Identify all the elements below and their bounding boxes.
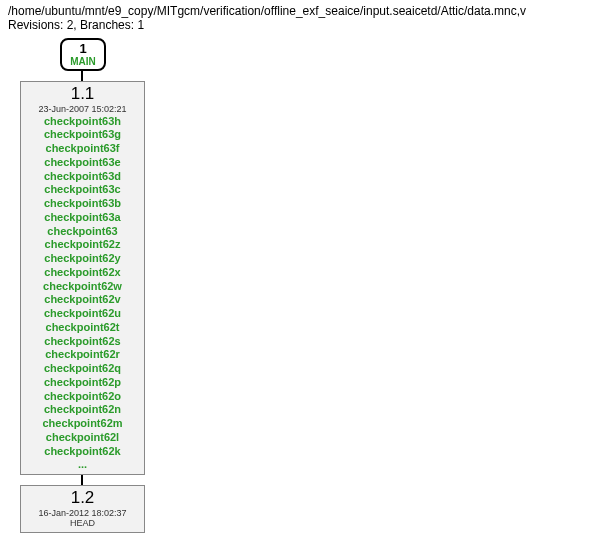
revision-tag: checkpoint62k [21,445,144,459]
revision-tag: checkpoint62v [21,293,144,307]
revision-tag: checkpoint63h [21,115,144,129]
revision-tag: checkpoint62y [21,252,144,266]
file-path: /home/ubuntu/mnt/e9_copy/MITgcm/verifica… [8,4,590,18]
revision-tag: checkpoint62r [21,348,144,362]
revision-node-1-2: 1.2 16-Jan-2012 18:02:37 HEAD [20,485,145,533]
revision-tag: checkpoint63 [21,225,144,239]
revision-node-1-1: 1.1 23-Jun-2007 15:02:21 checkpoint63hch… [20,81,145,475]
tags-ellipsis: ... [21,458,144,472]
branch-number: 1 [62,42,104,56]
revision-tag: checkpoint62o [21,390,144,404]
revision-tag: checkpoint62l [21,431,144,445]
revision-tags: checkpoint63hcheckpoint63gcheckpoint63fc… [21,115,144,459]
branch-label: MAIN [62,56,104,67]
revision-tag: checkpoint62n [21,403,144,417]
revision-tag: checkpoint63b [21,197,144,211]
revision-tag: checkpoint62m [21,417,144,431]
revision-tag: checkpoint63d [21,170,144,184]
revision-tag: checkpoint62z [21,238,144,252]
revisions-meta: Revisions: 2, Branches: 1 [8,18,590,32]
revision-tag: checkpoint62s [21,335,144,349]
revision-tag: checkpoint63a [21,211,144,225]
revision-tag: checkpoint63c [21,183,144,197]
branch-node-main: 1 MAIN [60,38,106,71]
connector-line [81,71,83,81]
revision-tag: checkpoint62w [21,280,144,294]
revision-date: 23-Jun-2007 15:02:21 [21,104,144,115]
revision-tag: checkpoint62q [21,362,144,376]
revision-number: 1.1 [21,84,144,104]
revision-tag: checkpoint62u [21,307,144,321]
revision-date: 16-Jan-2012 18:02:37 [21,508,144,519]
revision-graph: 1 MAIN 1.1 23-Jun-2007 15:02:21 checkpoi… [8,38,590,533]
revision-tag: checkpoint63g [21,128,144,142]
revision-head-label: HEAD [21,518,144,530]
revision-tag: checkpoint62p [21,376,144,390]
connector-line [81,475,83,485]
revision-tag: checkpoint62t [21,321,144,335]
revision-number: 1.2 [21,488,144,508]
revision-tag: checkpoint63f [21,142,144,156]
revision-tag: checkpoint62x [21,266,144,280]
revision-tag: checkpoint63e [21,156,144,170]
